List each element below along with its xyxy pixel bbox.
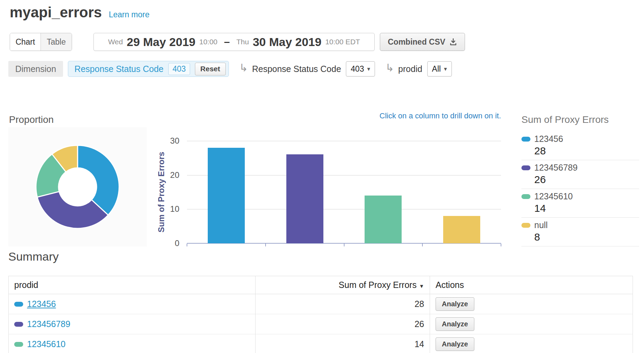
chevron-down-icon: ▾ (444, 65, 447, 73)
date-end-day: Thu (236, 38, 249, 46)
date-end-time: 10:00 EDT (325, 38, 360, 46)
dimension-label: Dimension (8, 61, 63, 77)
drilldown-label: Response Status Code (252, 64, 341, 74)
value-column-header[interactable]: Sum of Proxy Errors▼ (256, 276, 430, 294)
legend-item-null: null8 (521, 218, 639, 246)
x-axis-tick (265, 244, 266, 246)
x-axis-tick (187, 244, 187, 246)
sort-desc-icon: ▼ (419, 283, 424, 289)
date-end-date: 30 May 2019 (253, 35, 322, 49)
legend-value: 28 (534, 145, 639, 157)
y-axis-ticks: 0102030 (156, 141, 179, 243)
filter-row: Dimension Response Status Code 403 Reset… (8, 61, 452, 77)
learn-more-link[interactable]: Learn more (109, 10, 150, 19)
analyze-button[interactable]: Analyze (436, 337, 474, 351)
prodid-link[interactable]: 123456789 (27, 319, 70, 329)
series-color-swatch (14, 322, 23, 327)
bar-123456789[interactable] (286, 154, 323, 243)
status-code-select[interactable]: 403 ▾ (346, 61, 375, 76)
date-range-picker[interactable]: Wed 29 May 2019 10:00 – Thu 30 May 2019 … (93, 33, 375, 51)
proportion-label: Proportion (9, 114, 54, 125)
chevron-down-icon: ▾ (367, 65, 370, 73)
x-axis-tick (501, 244, 501, 246)
actions-column-header: Actions (430, 276, 633, 294)
table-header-row: prodid Sum of Proxy Errors▼ Actions (9, 276, 633, 294)
prodid-column-header: prodid (9, 276, 256, 294)
drill-arrow-icon: ↳ (239, 63, 248, 73)
legend-value: 14 (534, 202, 639, 214)
x-axis-tick (344, 244, 345, 246)
bar-chart-plot (187, 141, 501, 243)
analyze-button[interactable]: Analyze (436, 297, 474, 311)
drill-arrow-icon: ↳ (385, 63, 394, 73)
row-value: 26 (256, 314, 430, 334)
donut-chart (8, 127, 147, 246)
date-start-day: Wed (108, 38, 123, 46)
prodid-selected-value: All (432, 64, 441, 74)
gridline (187, 141, 501, 141)
prodid-select[interactable]: All ▾ (427, 61, 452, 76)
legend-value: 26 (534, 174, 639, 185)
reset-button[interactable]: Reset (195, 63, 226, 75)
drilldown-status-code: ↳ Response Status Code 403 ▾ (239, 61, 375, 76)
legend-label: null (534, 220, 548, 230)
series-color-swatch (521, 223, 530, 228)
summary-title: Summary (8, 250, 59, 263)
csv-button-label: Combined CSV (388, 37, 445, 47)
legend-value: 8 (534, 231, 639, 243)
y-tick-label: 0 (156, 238, 179, 248)
date-start-time: 10:00 (199, 38, 217, 46)
y-tick-label: 10 (156, 204, 179, 214)
legend-item-123456: 12345628 (521, 132, 639, 160)
drilldown-prodid: ↳ prodid All ▾ (385, 61, 452, 76)
legend-item-123456789: 12345678926 (521, 160, 639, 189)
view-toggle: Chart Table (10, 33, 72, 51)
series-color-swatch (521, 137, 530, 142)
table-row-123456: 12345628Analyze (9, 294, 633, 314)
active-filter-chip: Response Status Code 403 Reset (68, 61, 229, 77)
donut-hole (59, 169, 96, 205)
summary-table: prodid Sum of Proxy Errors▼ Actions 1234… (8, 276, 633, 353)
x-axis-tick (422, 244, 423, 246)
series-color-swatch (14, 302, 23, 307)
y-tick-label: 20 (156, 170, 179, 180)
row-value: 14 (256, 334, 430, 353)
legend-label: 123456789 (534, 163, 578, 173)
bar-null[interactable] (443, 216, 480, 243)
y-tick-label: 30 (156, 136, 179, 146)
download-icon (449, 38, 457, 46)
status-code-selected-value: 403 (351, 64, 364, 74)
filter-chip-name: Response Status Code (74, 64, 163, 74)
combined-csv-button[interactable]: Combined CSV (380, 33, 465, 51)
analyze-button[interactable]: Analyze (436, 317, 474, 331)
legend-list: 12345628123456789261234561014null8 (521, 132, 639, 246)
bar-12345610[interactable] (365, 196, 402, 243)
chart-tab[interactable]: Chart (10, 33, 41, 51)
series-color-swatch (521, 194, 530, 199)
legend-label: 123456 (534, 134, 563, 144)
date-start-date: 29 May 2019 (127, 35, 196, 49)
prodid-link[interactable]: 12345610 (27, 339, 65, 349)
legend-title: Sum of Proxy Errors (521, 114, 639, 125)
filter-chip-value: 403 (168, 63, 190, 75)
series-color-swatch (14, 342, 23, 347)
row-value: 28 (256, 294, 430, 314)
bar-123456[interactable] (208, 148, 245, 243)
legend-item-12345610: 1234561014 (521, 189, 639, 218)
table-tab[interactable]: Table (41, 33, 72, 51)
table-row-123456789: 12345678926Analyze (9, 314, 633, 334)
table-row-12345610: 1234561014Analyze (9, 334, 633, 353)
page-title: myapi_errors (10, 4, 102, 21)
drill-hint-text: Click on a column to drill down on it. (379, 111, 501, 120)
chart-legend: Sum of Proxy Errors 12345628123456789261… (521, 114, 639, 246)
page-header: myapi_errors Learn more (10, 4, 150, 21)
prodid-link[interactable]: 123456 (27, 299, 56, 309)
drilldown-label: prodid (398, 64, 422, 74)
series-color-swatch (521, 165, 530, 170)
date-separator: – (224, 36, 230, 48)
legend-label: 12345610 (534, 191, 573, 201)
